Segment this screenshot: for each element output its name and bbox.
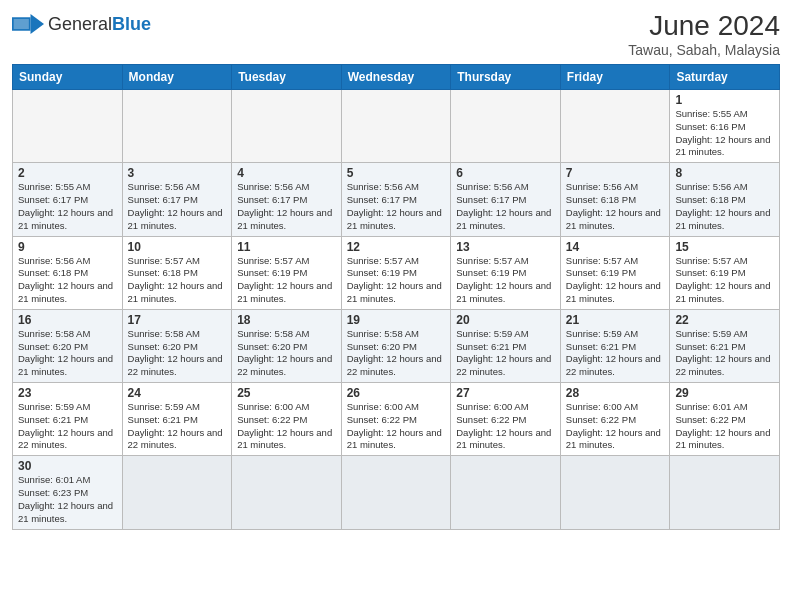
day-info: Sunrise: 5:56 AM Sunset: 6:18 PM Dayligh… <box>566 181 665 232</box>
logo: GeneralBlue <box>12 10 151 38</box>
day-number: 16 <box>18 313 117 327</box>
weekday-header-thursday: Thursday <box>451 65 561 90</box>
day-info: Sunrise: 5:58 AM Sunset: 6:20 PM Dayligh… <box>18 328 117 379</box>
day-info: Sunrise: 5:55 AM Sunset: 6:17 PM Dayligh… <box>18 181 117 232</box>
calendar-week-row: 2Sunrise: 5:55 AM Sunset: 6:17 PM Daylig… <box>13 163 780 236</box>
day-info: Sunrise: 5:55 AM Sunset: 6:16 PM Dayligh… <box>675 108 774 159</box>
day-number: 7 <box>566 166 665 180</box>
day-number: 14 <box>566 240 665 254</box>
calendar-week-row: 9Sunrise: 5:56 AM Sunset: 6:18 PM Daylig… <box>13 236 780 309</box>
day-number: 29 <box>675 386 774 400</box>
calendar-table: SundayMondayTuesdayWednesdayThursdayFrid… <box>12 64 780 530</box>
weekday-header-row: SundayMondayTuesdayWednesdayThursdayFrid… <box>13 65 780 90</box>
calendar-cell: 21Sunrise: 5:59 AM Sunset: 6:21 PM Dayli… <box>560 309 670 382</box>
day-number: 27 <box>456 386 555 400</box>
calendar-week-row: 23Sunrise: 5:59 AM Sunset: 6:21 PM Dayli… <box>13 383 780 456</box>
calendar-cell: 10Sunrise: 5:57 AM Sunset: 6:18 PM Dayli… <box>122 236 232 309</box>
day-info: Sunrise: 5:57 AM Sunset: 6:18 PM Dayligh… <box>128 255 227 306</box>
header: GeneralBlue June 2024 Tawau, Sabah, Mala… <box>12 10 780 58</box>
calendar-cell: 22Sunrise: 5:59 AM Sunset: 6:21 PM Dayli… <box>670 309 780 382</box>
day-info: Sunrise: 5:56 AM Sunset: 6:18 PM Dayligh… <box>18 255 117 306</box>
calendar-cell <box>232 456 342 529</box>
calendar-cell <box>670 456 780 529</box>
day-number: 19 <box>347 313 446 327</box>
day-number: 21 <box>566 313 665 327</box>
calendar-cell: 3Sunrise: 5:56 AM Sunset: 6:17 PM Daylig… <box>122 163 232 236</box>
day-number: 4 <box>237 166 336 180</box>
calendar-week-row: 16Sunrise: 5:58 AM Sunset: 6:20 PM Dayli… <box>13 309 780 382</box>
calendar-cell <box>341 90 451 163</box>
calendar-cell <box>341 456 451 529</box>
day-info: Sunrise: 6:01 AM Sunset: 6:22 PM Dayligh… <box>675 401 774 452</box>
calendar-cell: 26Sunrise: 6:00 AM Sunset: 6:22 PM Dayli… <box>341 383 451 456</box>
title-block: June 2024 Tawau, Sabah, Malaysia <box>628 10 780 58</box>
day-info: Sunrise: 5:57 AM Sunset: 6:19 PM Dayligh… <box>675 255 774 306</box>
day-number: 26 <box>347 386 446 400</box>
calendar-cell: 19Sunrise: 5:58 AM Sunset: 6:20 PM Dayli… <box>341 309 451 382</box>
day-info: Sunrise: 5:56 AM Sunset: 6:17 PM Dayligh… <box>456 181 555 232</box>
svg-rect-2 <box>14 19 29 29</box>
day-info: Sunrise: 5:59 AM Sunset: 6:21 PM Dayligh… <box>18 401 117 452</box>
weekday-header-friday: Friday <box>560 65 670 90</box>
day-number: 20 <box>456 313 555 327</box>
calendar-cell: 8Sunrise: 5:56 AM Sunset: 6:18 PM Daylig… <box>670 163 780 236</box>
svg-marker-1 <box>31 14 44 34</box>
day-number: 28 <box>566 386 665 400</box>
calendar-cell <box>451 456 561 529</box>
calendar-cell: 13Sunrise: 5:57 AM Sunset: 6:19 PM Dayli… <box>451 236 561 309</box>
day-number: 6 <box>456 166 555 180</box>
calendar-cell: 23Sunrise: 5:59 AM Sunset: 6:21 PM Dayli… <box>13 383 123 456</box>
day-info: Sunrise: 6:00 AM Sunset: 6:22 PM Dayligh… <box>347 401 446 452</box>
day-info: Sunrise: 5:57 AM Sunset: 6:19 PM Dayligh… <box>237 255 336 306</box>
calendar-cell: 7Sunrise: 5:56 AM Sunset: 6:18 PM Daylig… <box>560 163 670 236</box>
calendar-cell <box>13 90 123 163</box>
day-number: 8 <box>675 166 774 180</box>
logo-text: GeneralBlue <box>48 15 151 33</box>
day-info: Sunrise: 5:59 AM Sunset: 6:21 PM Dayligh… <box>566 328 665 379</box>
weekday-header-tuesday: Tuesday <box>232 65 342 90</box>
day-number: 10 <box>128 240 227 254</box>
day-number: 25 <box>237 386 336 400</box>
day-number: 5 <box>347 166 446 180</box>
calendar-cell: 6Sunrise: 5:56 AM Sunset: 6:17 PM Daylig… <box>451 163 561 236</box>
day-info: Sunrise: 5:56 AM Sunset: 6:17 PM Dayligh… <box>347 181 446 232</box>
day-number: 2 <box>18 166 117 180</box>
weekday-header-monday: Monday <box>122 65 232 90</box>
day-number: 17 <box>128 313 227 327</box>
day-info: Sunrise: 5:58 AM Sunset: 6:20 PM Dayligh… <box>237 328 336 379</box>
day-info: Sunrise: 6:00 AM Sunset: 6:22 PM Dayligh… <box>237 401 336 452</box>
calendar-cell: 27Sunrise: 6:00 AM Sunset: 6:22 PM Dayli… <box>451 383 561 456</box>
calendar-cell: 1Sunrise: 5:55 AM Sunset: 6:16 PM Daylig… <box>670 90 780 163</box>
day-info: Sunrise: 6:01 AM Sunset: 6:23 PM Dayligh… <box>18 474 117 525</box>
day-info: Sunrise: 5:57 AM Sunset: 6:19 PM Dayligh… <box>347 255 446 306</box>
day-number: 24 <box>128 386 227 400</box>
calendar-title: June 2024 <box>628 10 780 42</box>
calendar-cell: 11Sunrise: 5:57 AM Sunset: 6:19 PM Dayli… <box>232 236 342 309</box>
day-number: 15 <box>675 240 774 254</box>
weekday-header-saturday: Saturday <box>670 65 780 90</box>
day-number: 12 <box>347 240 446 254</box>
day-info: Sunrise: 5:57 AM Sunset: 6:19 PM Dayligh… <box>566 255 665 306</box>
weekday-header-sunday: Sunday <box>13 65 123 90</box>
day-info: Sunrise: 5:59 AM Sunset: 6:21 PM Dayligh… <box>456 328 555 379</box>
day-number: 9 <box>18 240 117 254</box>
calendar-cell: 2Sunrise: 5:55 AM Sunset: 6:17 PM Daylig… <box>13 163 123 236</box>
day-number: 30 <box>18 459 117 473</box>
day-number: 22 <box>675 313 774 327</box>
calendar-cell <box>232 90 342 163</box>
calendar-week-row: 30Sunrise: 6:01 AM Sunset: 6:23 PM Dayli… <box>13 456 780 529</box>
calendar-cell: 17Sunrise: 5:58 AM Sunset: 6:20 PM Dayli… <box>122 309 232 382</box>
calendar-cell: 15Sunrise: 5:57 AM Sunset: 6:19 PM Dayli… <box>670 236 780 309</box>
calendar-cell: 24Sunrise: 5:59 AM Sunset: 6:21 PM Dayli… <box>122 383 232 456</box>
day-info: Sunrise: 5:59 AM Sunset: 6:21 PM Dayligh… <box>128 401 227 452</box>
calendar-cell <box>451 90 561 163</box>
day-info: Sunrise: 5:56 AM Sunset: 6:17 PM Dayligh… <box>128 181 227 232</box>
day-number: 13 <box>456 240 555 254</box>
calendar-cell: 25Sunrise: 6:00 AM Sunset: 6:22 PM Dayli… <box>232 383 342 456</box>
calendar-subtitle: Tawau, Sabah, Malaysia <box>628 42 780 58</box>
day-number: 11 <box>237 240 336 254</box>
day-number: 1 <box>675 93 774 107</box>
calendar-cell: 20Sunrise: 5:59 AM Sunset: 6:21 PM Dayli… <box>451 309 561 382</box>
day-info: Sunrise: 5:56 AM Sunset: 6:17 PM Dayligh… <box>237 181 336 232</box>
page: GeneralBlue June 2024 Tawau, Sabah, Mala… <box>0 0 792 612</box>
